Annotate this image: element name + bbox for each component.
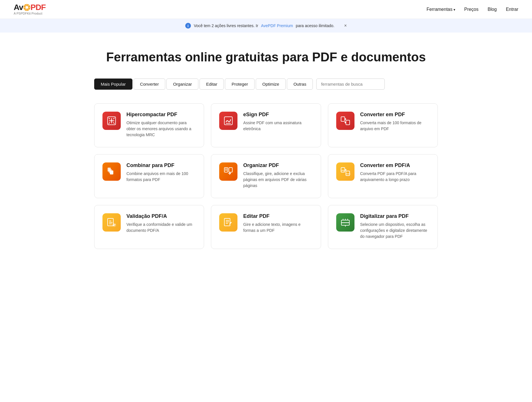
card-desc-organizar: Classifique, gire, adicione e exclua pág…: [243, 171, 313, 189]
card-converter-pdfa[interactable]: PDF PDF/A Converter em PDF/A Converta PD…: [328, 154, 438, 198]
card-desc-esign: Assine PDF com uma assinatura eletrônica: [243, 120, 313, 132]
filter-row: Mais Popular Converter Organizar Editar …: [94, 79, 438, 90]
card-title-combinar: Combinar para PDF: [126, 162, 196, 168]
card-title-converter-pdfa: Converter em PDF/A: [360, 162, 430, 168]
card-icon-hipercompactar: [102, 112, 121, 130]
card-desc-hipercompactar: Otimize qualquer documento para obter os…: [126, 120, 196, 138]
nav-blog[interactable]: Blog: [487, 7, 497, 12]
logo-ave: Av: [14, 3, 23, 12]
svg-rect-17: [224, 168, 228, 172]
card-icon-converter-pdf: [336, 112, 354, 130]
logo-pdf: PDF: [31, 3, 46, 12]
cards-grid: Hipercompactar PDF Otimize qualquer docu…: [94, 103, 438, 249]
card-content-hipercompactar: Hipercompactar PDF Otimize qualquer docu…: [126, 112, 196, 138]
banner-message-pre: Você tem 2 ações livres restantes. Ir: [194, 23, 258, 28]
filter-tab-proteger[interactable]: Proteger: [225, 79, 255, 90]
card-content-validacao: Validação PDF/A Verifique a conformidade…: [126, 213, 196, 234]
card-content-converter-pdf: Converter em PDF Converta mais de 100 fo…: [360, 112, 430, 132]
svg-rect-12: [341, 117, 345, 121]
card-organizar-pdf[interactable]: Organizar PDF Classifique, gire, adicion…: [211, 154, 321, 198]
svg-line-8: [25, 9, 25, 9]
card-content-digitalizar: Digitalizar para PDF Selecione um dispos…: [360, 213, 430, 240]
card-icon-esign: [219, 112, 237, 130]
nav-entrar[interactable]: Entrar: [506, 7, 518, 12]
logo[interactable]: Av PDF A PSPDFKit Product: [14, 3, 46, 15]
validate-icon: [106, 217, 117, 228]
svg-point-0: [25, 6, 28, 9]
card-title-converter-pdf: Converter em PDF: [360, 112, 430, 118]
banner-message-post: para acesso ilimitado.: [296, 23, 334, 28]
svg-rect-18: [229, 168, 232, 172]
filter-tab-mais-popular[interactable]: Mais Popular: [94, 79, 132, 90]
page-title: Ferramentas online gratuitas para PDF e …: [94, 50, 438, 65]
card-title-esign: eSign PDF: [243, 112, 313, 118]
card-icon-validacao: [102, 213, 121, 232]
filter-tab-organizar[interactable]: Organizar: [166, 79, 198, 90]
svg-line-5: [25, 5, 25, 6]
nav: Ferramentas Preços Blog Entrar: [427, 7, 518, 12]
organize-icon: [223, 166, 233, 177]
card-desc-converter-pdf: Converta mais de 100 formatos de arquivo…: [360, 120, 430, 132]
card-digitalizar-pdf[interactable]: Digitalizar para PDF Selecione um dispos…: [328, 205, 438, 249]
card-content-combinar: Combinar para PDF Combine arquivos em ma…: [126, 162, 196, 183]
card-hipercompactar-pdf[interactable]: Hipercompactar PDF Otimize qualquer docu…: [94, 103, 204, 147]
card-title-hipercompactar: Hipercompactar PDF: [126, 112, 196, 118]
logo-subtitle: A PSPDFKit Product: [14, 12, 42, 15]
card-icon-combinar: [102, 162, 121, 181]
card-icon-organizar: [219, 162, 237, 181]
card-icon-digitalizar: [336, 213, 354, 232]
card-content-esign: eSign PDF Assine PDF com uma assinatura …: [243, 112, 313, 132]
card-title-digitalizar: Digitalizar para PDF: [360, 213, 430, 219]
filter-tab-converter[interactable]: Converter: [134, 79, 166, 90]
logo-sun-icon: [23, 4, 30, 11]
search-input[interactable]: [316, 79, 385, 90]
svg-line-6: [28, 9, 29, 9]
edit-icon: [223, 217, 233, 228]
svg-rect-16: [110, 170, 113, 174]
svg-rect-13: [346, 120, 350, 125]
compress-icon: [106, 116, 117, 126]
svg-line-7: [28, 5, 29, 6]
card-desc-digitalizar: Selecione um dispositivo, escolha as con…: [360, 222, 430, 240]
merge-icon: [106, 166, 117, 177]
card-converter-em-pdf[interactable]: Converter em PDF Converta mais de 100 fo…: [328, 103, 438, 147]
sign-icon: [223, 116, 233, 126]
header: Av PDF A PSPDFKit Product Ferramentas Pr…: [0, 0, 532, 19]
card-title-editar: Editar PDF: [243, 213, 313, 219]
card-title-validacao: Validação PDF/A: [126, 213, 196, 219]
filter-tab-optimize[interactable]: Optimize: [256, 79, 286, 90]
card-desc-editar: Gire e adicione texto, imagens e formas …: [243, 222, 313, 234]
card-editar-pdf[interactable]: Editar PDF Gire e adicione texto, imagen…: [211, 205, 321, 249]
card-desc-combinar: Combine arquivos em mais de 100 formatos…: [126, 171, 196, 183]
card-esign-pdf[interactable]: eSign PDF Assine PDF com uma assinatura …: [211, 103, 321, 147]
card-validacao-pdfa[interactable]: Validação PDF/A Verifique a conformidade…: [94, 205, 204, 249]
card-icon-editar: [219, 213, 237, 232]
filter-tab-editar[interactable]: Editar: [200, 79, 224, 90]
card-content-editar: Editar PDF Gire e adicione texto, imagen…: [243, 213, 313, 234]
banner-premium-link[interactable]: AvePDF Premium: [261, 23, 293, 28]
card-title-organizar: Organizar PDF: [243, 162, 313, 168]
card-content-organizar: Organizar PDF Classifique, gire, adicion…: [243, 162, 313, 189]
card-combinar-pdf[interactable]: Combinar para PDF Combine arquivos em ma…: [94, 154, 204, 198]
filter-tab-outras[interactable]: Outras: [287, 79, 313, 90]
svg-text:PDF/A: PDF/A: [346, 173, 350, 175]
card-content-converter-pdfa: Converter em PDF/A Converta PDF para PDF…: [360, 162, 430, 183]
banner-info-icon: i: [185, 23, 191, 29]
banner-close-button[interactable]: ×: [344, 23, 347, 28]
pdfa-icon: PDF PDF/A: [340, 166, 350, 177]
card-desc-converter-pdfa: Converta PDF para PDF/A para arquivament…: [360, 171, 430, 183]
nav-ferramentas[interactable]: Ferramentas: [427, 7, 455, 12]
logo-text: Av PDF: [14, 3, 46, 11]
nav-precos[interactable]: Preços: [464, 7, 479, 12]
convert-icon: [340, 116, 350, 126]
card-icon-converter-pdfa: PDF PDF/A: [336, 162, 354, 181]
notification-banner: i Você tem 2 ações livres restantes. Ir …: [0, 19, 532, 33]
card-desc-validacao: Verifique a conformidade e valide um doc…: [126, 222, 196, 234]
main-content: Ferramentas online gratuitas para PDF e …: [80, 33, 452, 263]
scan-icon: [340, 217, 350, 228]
